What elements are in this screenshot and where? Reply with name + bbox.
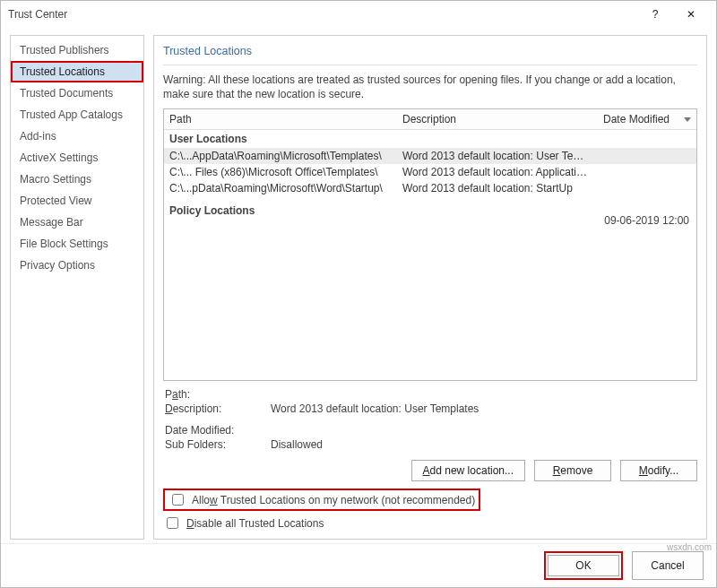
trust-center-dialog: Trust Center ? ✕ Trusted Publishers Trus… (0, 0, 717, 588)
sidebar-item-trusted-documents[interactable]: Trusted Documents (11, 82, 143, 104)
detail-desc-value: Word 2013 default location: User Templat… (271, 402, 695, 415)
title-bar: Trust Center ? ✕ (1, 1, 716, 28)
sidebar-item-trusted-app-catalogs[interactable]: Trusted App Catalogs (11, 104, 143, 125)
cell-path: C:\...AppData\Roaming\Microsoft\Template… (164, 148, 397, 164)
category-sidebar: Trusted Publishers Trusted Locations Tru… (10, 35, 144, 540)
allow-network-checkbox[interactable] (172, 494, 184, 506)
cell-desc: Word 2013 default location: User Templat… (397, 148, 598, 164)
main-panel: Trusted Locations Warning: All these loc… (153, 35, 707, 540)
cell-date (598, 180, 696, 196)
col-path[interactable]: Path (164, 109, 397, 129)
sidebar-item-add-ins[interactable]: Add-ins (11, 125, 143, 147)
cell-date (598, 148, 696, 164)
locations-list[interactable]: Path Description Date Modified User Loca… (163, 108, 697, 381)
window-title: Trust Center (8, 8, 637, 21)
chevron-down-icon (684, 117, 691, 122)
cell-date (598, 164, 696, 180)
sidebar-item-trusted-locations[interactable]: Trusted Locations (11, 61, 143, 82)
details-panel: Path: Description: Word 2013 default loc… (163, 381, 697, 454)
detail-date-label: Date Modified: (165, 424, 263, 437)
dialog-body: Trusted Publishers Trusted Locations Tru… (1, 28, 716, 543)
help-button[interactable]: ? (637, 2, 673, 27)
location-buttons: Add new location... Remove Modify... (163, 454, 697, 487)
cell-desc: Word 2013 default location: Application … (397, 164, 598, 180)
close-button[interactable]: ✕ (673, 2, 709, 27)
policy-date: 09-06-2019 12:00 (604, 214, 689, 227)
sidebar-item-macro-settings[interactable]: Macro Settings (11, 169, 143, 190)
disable-all-checkbox[interactable] (167, 517, 178, 529)
detail-desc-label: Description: (165, 402, 263, 415)
help-icon: ? (652, 8, 659, 21)
ok-button[interactable]: OK (548, 555, 619, 576)
sidebar-item-protected-view[interactable]: Protected View (11, 190, 143, 212)
section-heading: Trusted Locations (163, 41, 697, 65)
sidebar-item-activex-settings[interactable]: ActiveX Settings (11, 147, 143, 169)
cell-desc: Word 2013 default location: StartUp (397, 180, 598, 196)
cell-path: C:\...pData\Roaming\Microsoft\Word\Start… (164, 180, 397, 196)
group-user-locations: User Locations (164, 130, 696, 148)
sidebar-item-message-bar[interactable]: Message Bar (11, 212, 143, 233)
list-row[interactable]: C:\...AppData\Roaming\Microsoft\Template… (164, 148, 696, 164)
sidebar-item-trusted-publishers[interactable]: Trusted Publishers (11, 39, 143, 61)
disable-all-label[interactable]: Disable all Trusted Locations (186, 517, 324, 530)
list-row[interactable]: C:\... Files (x86)\Microsoft Office\Temp… (164, 164, 696, 180)
close-icon: ✕ (687, 8, 695, 21)
allow-network-row: Allow Trusted Locations on my network (n… (163, 487, 697, 513)
detail-subfolders-label: Sub Folders: (165, 438, 263, 451)
sidebar-item-file-block-settings[interactable]: File Block Settings (11, 233, 143, 255)
warning-text: Warning: All these locations are treated… (163, 73, 697, 101)
detail-path-label: Path: (165, 388, 263, 401)
cell-path: C:\... Files (x86)\Microsoft Office\Temp… (164, 164, 397, 180)
list-row[interactable]: C:\...pData\Roaming\Microsoft\Word\Start… (164, 180, 696, 196)
col-date-modified[interactable]: Date Modified (598, 109, 696, 129)
sidebar-item-privacy-options[interactable]: Privacy Options (11, 255, 143, 276)
allow-network-label[interactable]: Allow Trusted Locations on my network (n… (192, 494, 475, 506)
list-header: Path Description Date Modified (164, 109, 696, 130)
list-body: User Locations C:\...AppData\Roaming\Mic… (164, 130, 696, 380)
add-new-location-button[interactable]: Add new location... (411, 460, 525, 481)
remove-button[interactable]: Remove (534, 460, 611, 481)
detail-subfolders-value: Disallowed (271, 438, 695, 451)
modify-button[interactable]: Modify... (620, 460, 697, 481)
detail-path-value (271, 388, 695, 401)
dialog-footer: OK Cancel (1, 543, 716, 587)
disable-all-row: Disable all Trusted Locations (163, 513, 697, 533)
col-description[interactable]: Description (397, 109, 598, 129)
detail-date-value (271, 424, 695, 437)
cancel-button[interactable]: Cancel (632, 551, 704, 580)
